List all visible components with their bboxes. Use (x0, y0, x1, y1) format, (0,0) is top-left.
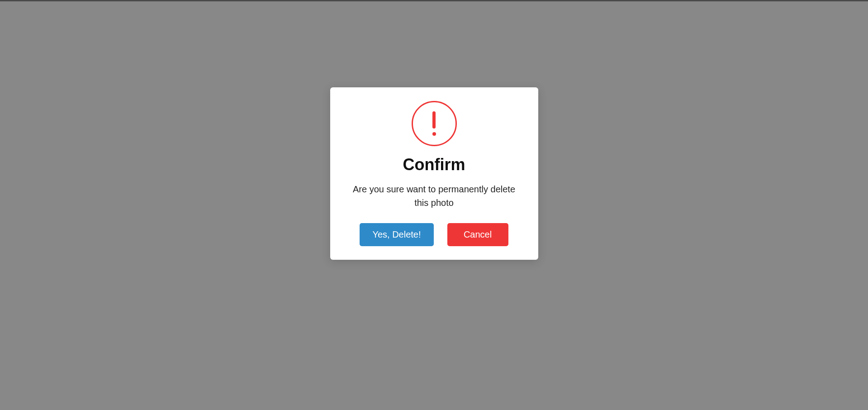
modal-overlay: Confirm Are you sure want to permanently… (0, 0, 868, 410)
cancel-button[interactable]: Cancel (447, 223, 508, 246)
warning-exclamation-icon (412, 101, 457, 146)
exclamation-line (432, 111, 436, 129)
modal-title: Confirm (344, 155, 525, 174)
exclamation-dot (432, 132, 436, 136)
modal-message: Are you sure want to permanently delete … (344, 182, 525, 210)
confirm-delete-button[interactable]: Yes, Delete! (360, 223, 433, 246)
button-row: Yes, Delete! Cancel (344, 223, 525, 246)
icon-wrapper (344, 101, 525, 146)
confirm-modal: Confirm Are you sure want to permanently… (330, 87, 538, 260)
